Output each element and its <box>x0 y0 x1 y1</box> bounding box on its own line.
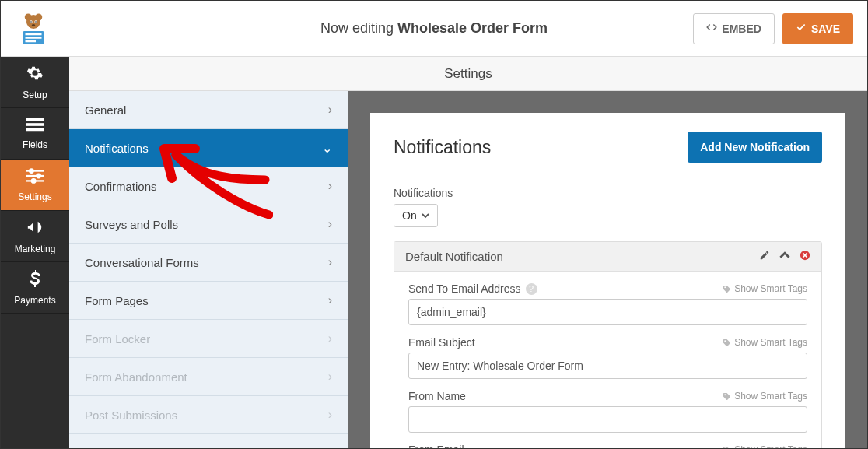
rail-item-settings[interactable]: Settings <box>1 160 69 211</box>
svg-rect-13 <box>26 123 44 126</box>
svg-point-6 <box>35 21 37 23</box>
svg-point-16 <box>30 169 33 173</box>
submenu-form-abandonment[interactable]: Form Abandonment › <box>69 358 348 396</box>
top-actions: EMBED SAVE <box>693 13 853 44</box>
rail-label-payments: Payments <box>14 295 55 306</box>
editing-prefix: Now editing <box>320 20 397 36</box>
edit-icon[interactable] <box>759 250 770 263</box>
chevron-up-icon[interactable] <box>779 250 790 263</box>
rail-item-fields[interactable]: Fields <box>1 108 69 160</box>
svg-point-5 <box>30 21 32 23</box>
bullhorn-icon <box>26 219 44 240</box>
chevron-right-icon: › <box>328 217 332 231</box>
check-icon <box>796 22 807 35</box>
notification-card: Default Notification <box>394 241 822 448</box>
svg-point-1 <box>25 13 32 20</box>
from-name-input[interactable] <box>408 406 807 433</box>
rail-label-setup: Setup <box>23 89 47 100</box>
sliders-icon <box>26 168 44 188</box>
svg-rect-14 <box>26 128 44 131</box>
save-label: SAVE <box>811 23 840 35</box>
list-icon <box>26 118 44 135</box>
svg-point-2 <box>35 13 42 20</box>
submenu-label: Surveys and Polls <box>85 218 178 231</box>
card-title: Default Notification <box>405 250 503 263</box>
notifications-toggle[interactable]: On <box>394 204 438 227</box>
svg-point-20 <box>32 179 36 183</box>
submenu-label: Conversational Forms <box>85 256 199 269</box>
submenu-label: Form Locker <box>85 332 150 346</box>
submenu-surveys[interactable]: Surveys and Polls › <box>69 205 348 244</box>
submenu-general[interactable]: General › <box>69 91 348 129</box>
rail-item-payments[interactable]: Payments <box>1 262 69 314</box>
svg-rect-11 <box>26 40 37 42</box>
submenu-conversational[interactable]: Conversational Forms › <box>69 244 348 282</box>
svg-rect-9 <box>26 33 42 35</box>
submenu-label: Notifications <box>85 142 149 155</box>
submenu-label: General <box>85 103 126 117</box>
page-title: Settings <box>444 66 492 82</box>
dollar-icon <box>30 270 40 291</box>
code-icon <box>706 22 717 35</box>
submenu-form-locker[interactable]: Form Locker › <box>69 320 348 358</box>
left-rail: Setup Fields Settings Marketing Payments <box>1 57 69 448</box>
card-body: Send To Email Address ? Show Smart Tags … <box>394 272 821 448</box>
svg-point-7 <box>32 24 36 26</box>
chevron-right-icon: › <box>328 255 332 269</box>
top-bar: Now editing Wholesale Order Form EMBED S… <box>1 1 867 57</box>
send-to-input[interactable] <box>408 299 807 325</box>
smart-tags-link[interactable]: Show Smart Tags <box>723 283 807 294</box>
subject-input[interactable] <box>408 353 807 379</box>
settings-submenu: General › Notifications ⌄ Confirmations … <box>69 91 348 448</box>
rail-label-fields: Fields <box>23 139 47 150</box>
smart-tags-link[interactable]: Show Smart Tags <box>723 444 807 448</box>
submenu-form-pages[interactable]: Form Pages › <box>69 282 348 320</box>
main-area: Notifications Add New Notification Notif… <box>348 91 867 448</box>
send-to-label-text: Send To Email Address <box>408 282 521 295</box>
submenu-notifications[interactable]: Notifications ⌄ <box>69 129 348 167</box>
smart-tags-text: Show Smart Tags <box>734 444 807 448</box>
rail-item-setup[interactable]: Setup <box>1 57 69 108</box>
save-button[interactable]: SAVE <box>782 13 853 44</box>
smart-tags-text: Show Smart Tags <box>734 391 807 402</box>
embed-button[interactable]: EMBED <box>693 13 775 44</box>
close-icon[interactable] <box>800 250 810 263</box>
chevron-down-icon: ⌄ <box>322 141 332 156</box>
wpforms-logo <box>15 10 52 47</box>
submenu-label: Confirmations <box>85 180 157 193</box>
rail-label-marketing: Marketing <box>15 244 56 254</box>
panel-header: Notifications Add New Notification <box>394 132 822 174</box>
field-label: Email Subject <box>408 336 475 349</box>
card-tools <box>759 250 810 263</box>
help-icon[interactable]: ? <box>526 283 537 295</box>
svg-point-18 <box>37 174 40 177</box>
svg-rect-10 <box>26 37 42 38</box>
submenu-label: Post Submissions <box>85 409 177 422</box>
field-label: Send To Email Address ? <box>408 282 537 295</box>
panel-title: Notifications <box>394 137 491 158</box>
submenu-post-submissions[interactable]: Post Submissions › <box>69 396 348 434</box>
smart-tags-text: Show Smart Tags <box>734 337 807 348</box>
rail-item-marketing[interactable]: Marketing <box>1 211 69 262</box>
smart-tags-link[interactable]: Show Smart Tags <box>723 337 807 348</box>
field-from-email: From Email Show Smart Tags <box>408 444 807 448</box>
submenu-label: Form Abandonment <box>85 370 187 384</box>
submenu-confirmations[interactable]: Confirmations › <box>69 167 348 205</box>
field-subject: Email Subject Show Smart Tags <box>408 336 807 379</box>
chevron-right-icon: › <box>328 103 332 117</box>
chevron-right-icon: › <box>328 179 332 193</box>
add-label: Add New Notification <box>700 141 810 153</box>
field-send-to: Send To Email Address ? Show Smart Tags <box>408 282 807 325</box>
smart-tags-text: Show Smart Tags <box>734 283 807 294</box>
notifications-panel: Notifications Add New Notification Notif… <box>370 113 845 448</box>
rail-label-settings: Settings <box>18 191 51 202</box>
toggle-value: On <box>402 209 417 222</box>
smart-tags-link[interactable]: Show Smart Tags <box>723 391 807 402</box>
submenu-label: Form Pages <box>85 294 149 307</box>
chevron-right-icon: › <box>328 408 332 422</box>
svg-rect-12 <box>26 118 44 121</box>
chevron-right-icon: › <box>328 370 332 384</box>
chevron-right-icon: › <box>328 293 332 307</box>
add-notification-button[interactable]: Add New Notification <box>688 132 822 163</box>
embed-label: EMBED <box>722 23 761 35</box>
